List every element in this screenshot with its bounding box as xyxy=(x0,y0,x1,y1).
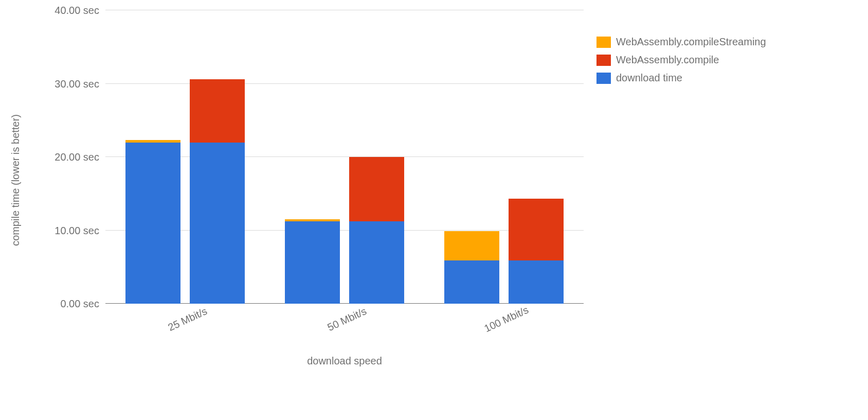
bar xyxy=(125,10,180,304)
bar xyxy=(190,10,245,304)
y-tick-label: 40.00 sec xyxy=(55,5,105,16)
bar-segment xyxy=(444,231,499,260)
bar xyxy=(444,10,499,304)
x-tick-label: 50 Mbit/s xyxy=(326,305,368,334)
bar-segment xyxy=(125,143,180,304)
y-tick-label: 20.00 sec xyxy=(55,151,105,163)
bar-segment xyxy=(349,221,404,304)
x-tick-label: 100 Mbit/s xyxy=(482,304,530,335)
bar-segment xyxy=(444,260,499,304)
y-tick-label: 30.00 sec xyxy=(55,78,105,90)
bar xyxy=(285,10,340,304)
x-tick-label: 25 Mbit/s xyxy=(166,305,209,334)
legend-label: WebAssembly.compileStreaming xyxy=(616,36,766,48)
bar-segment xyxy=(285,221,340,304)
legend: WebAssembly.compileStreamingWebAssembly.… xyxy=(596,36,766,90)
legend-item: download time xyxy=(596,72,766,84)
bar-segment xyxy=(190,79,245,143)
bar xyxy=(349,10,404,304)
bar-segment xyxy=(509,260,564,304)
y-tick-label: 0.00 sec xyxy=(60,298,105,310)
bars-container: 25 Mbit/s50 Mbit/s100 Mbit/s xyxy=(105,10,584,304)
y-axis-title: compile time (lower is better) xyxy=(10,114,22,246)
legend-swatch xyxy=(596,37,611,48)
legend-label: download time xyxy=(616,72,682,84)
bar-segment xyxy=(190,143,245,304)
bar-segment xyxy=(509,199,564,260)
legend-swatch xyxy=(596,55,611,66)
plot-area: 0.00 sec10.00 sec20.00 sec30.00 sec40.00… xyxy=(105,10,584,304)
legend-item: WebAssembly.compileStreaming xyxy=(596,36,766,48)
legend-label: WebAssembly.compile xyxy=(616,54,719,66)
bar xyxy=(509,10,564,304)
bar-segment xyxy=(349,157,404,221)
legend-item: WebAssembly.compile xyxy=(596,54,766,66)
x-axis-title: download speed xyxy=(307,355,382,367)
chart: compile time (lower is better) 0.00 sec1… xyxy=(15,5,591,355)
y-tick-label: 10.00 sec xyxy=(55,224,105,236)
legend-swatch xyxy=(596,73,611,84)
bar-segment xyxy=(125,140,180,142)
bar-segment xyxy=(285,219,340,221)
